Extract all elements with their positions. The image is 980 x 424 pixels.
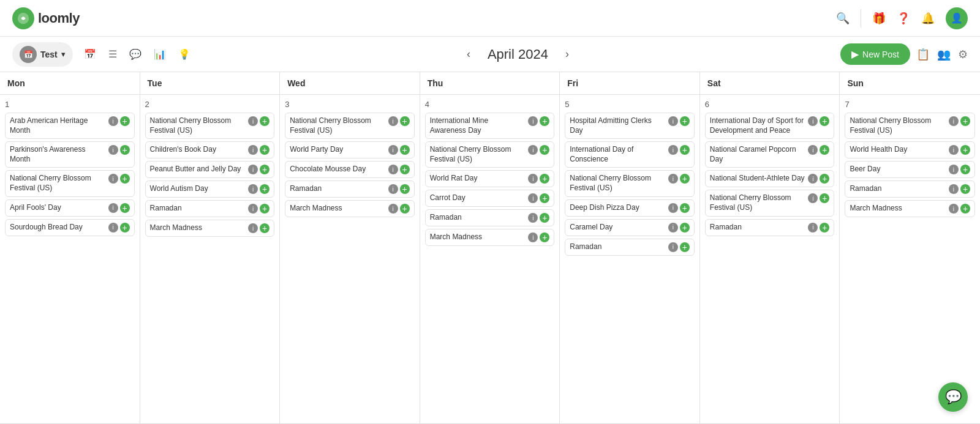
new-post-button[interactable]: ▶ New Post — [840, 43, 910, 65]
add-event-icon[interactable]: + — [400, 184, 410, 194]
info-icon[interactable]: i — [668, 116, 678, 126]
add-event-icon[interactable]: + — [680, 174, 690, 184]
info-icon[interactable]: i — [248, 204, 258, 214]
event-item[interactable]: International Day of Sport for Developme… — [705, 113, 835, 139]
info-icon[interactable]: i — [668, 223, 678, 232]
chat-support-button[interactable]: 💬 — [938, 382, 968, 412]
view-list-icon[interactable]: ☰ — [104, 45, 122, 64]
event-item[interactable]: National Cherry Blossom Festival (US)i+ — [145, 113, 275, 139]
event-item[interactable]: National Cherry Blossom Festival (US)i+ — [845, 113, 975, 139]
event-item[interactable]: March Madnessi+ — [845, 200, 975, 217]
add-event-icon[interactable]: + — [960, 165, 970, 174]
team-icon[interactable]: 👥 — [937, 48, 951, 61]
add-event-icon[interactable]: + — [260, 223, 270, 233]
event-item[interactable]: National Cherry Blossom Festival (US)i+ — [705, 190, 835, 216]
notes-icon[interactable]: 📋 — [916, 48, 930, 61]
info-icon[interactable]: i — [808, 145, 818, 155]
add-event-icon[interactable]: + — [540, 232, 549, 242]
add-event-icon[interactable]: + — [120, 203, 130, 213]
event-item[interactable]: Ramadani+ — [145, 200, 275, 217]
info-icon[interactable]: i — [949, 116, 959, 126]
event-item[interactable]: National Caramel Popcorn Dayi+ — [705, 141, 835, 168]
event-item[interactable]: Carrot Dayi+ — [425, 190, 555, 207]
add-event-icon[interactable]: + — [960, 145, 970, 155]
add-event-icon[interactable]: + — [120, 223, 130, 232]
event-item[interactable]: World Party Dayi+ — [285, 141, 415, 158]
view-chat-icon[interactable]: 💬 — [124, 45, 146, 64]
add-event-icon[interactable]: + — [540, 213, 549, 223]
info-icon[interactable]: i — [248, 165, 258, 174]
add-event-icon[interactable]: + — [120, 174, 130, 184]
event-item[interactable]: Chocolate Mousse Dayi+ — [285, 161, 415, 178]
info-icon[interactable]: i — [668, 203, 678, 213]
search-icon[interactable]: 🔍 — [836, 12, 850, 25]
event-item[interactable]: Ramadani+ — [705, 219, 835, 236]
event-item[interactable]: March Madnessi+ — [425, 229, 555, 246]
info-icon[interactable]: i — [949, 184, 959, 194]
event-item[interactable]: Ramadani+ — [285, 180, 415, 198]
event-item[interactable]: Children's Book Dayi+ — [145, 141, 275, 158]
info-icon[interactable]: i — [949, 145, 959, 155]
info-icon[interactable]: i — [108, 203, 118, 213]
bell-icon[interactable]: 🔔 — [921, 12, 935, 25]
view-calendar-icon[interactable]: 📅 — [79, 45, 101, 64]
event-item[interactable]: National Student-Athlete Dayi+ — [705, 170, 835, 187]
info-icon[interactable]: i — [528, 174, 538, 184]
event-item[interactable]: World Rat Dayi+ — [425, 170, 555, 187]
event-item[interactable]: National Cherry Blossom Festival (US)i+ — [285, 113, 415, 139]
add-event-icon[interactable]: + — [820, 116, 829, 126]
add-event-icon[interactable]: + — [120, 116, 130, 126]
add-event-icon[interactable]: + — [400, 204, 410, 214]
info-icon[interactable]: i — [108, 174, 118, 184]
info-icon[interactable]: i — [388, 165, 398, 174]
add-event-icon[interactable]: + — [960, 204, 970, 214]
add-event-icon[interactable]: + — [960, 184, 970, 194]
info-icon[interactable]: i — [388, 116, 398, 126]
prev-month-button[interactable]: ‹ — [462, 45, 475, 63]
event-item[interactable]: National Cherry Blossom Festival (US)i+ — [5, 170, 135, 196]
add-event-icon[interactable]: + — [260, 184, 270, 194]
info-icon[interactable]: i — [949, 204, 959, 214]
event-item[interactable]: World Autism Dayi+ — [145, 180, 275, 198]
view-chart-icon[interactable]: 📊 — [149, 45, 171, 64]
add-event-icon[interactable]: + — [820, 193, 829, 203]
event-item[interactable]: World Health Dayi+ — [845, 141, 975, 158]
add-event-icon[interactable]: + — [540, 145, 549, 155]
event-item[interactable]: Ramadani+ — [565, 239, 695, 256]
event-item[interactable]: Caramel Dayi+ — [565, 219, 695, 236]
add-event-icon[interactable]: + — [540, 116, 549, 126]
event-item[interactable]: Peanut Butter and Jelly Dayi+ — [145, 161, 275, 178]
info-icon[interactable]: i — [528, 213, 538, 223]
info-icon[interactable]: i — [668, 242, 678, 252]
info-icon[interactable]: i — [808, 223, 818, 232]
add-event-icon[interactable]: + — [120, 145, 130, 155]
add-event-icon[interactable]: + — [540, 174, 549, 184]
event-item[interactable]: National Cherry Blossom Festival (US)i+ — [565, 170, 695, 196]
event-item[interactable]: Sourdough Bread Dayi+ — [5, 219, 135, 236]
info-icon[interactable]: i — [528, 193, 538, 203]
add-event-icon[interactable]: + — [820, 145, 829, 155]
event-item[interactable]: April Fools' Dayi+ — [5, 199, 135, 217]
info-icon[interactable]: i — [528, 232, 538, 242]
gift-icon[interactable]: 🎁 — [872, 12, 886, 25]
event-item[interactable]: International Day of Consciencei+ — [565, 141, 695, 168]
add-event-icon[interactable]: + — [820, 223, 829, 232]
info-icon[interactable]: i — [668, 145, 678, 155]
event-item[interactable]: Ramadani+ — [845, 180, 975, 198]
add-event-icon[interactable]: + — [260, 204, 270, 214]
next-month-button[interactable]: › — [560, 45, 574, 63]
info-icon[interactable]: i — [108, 223, 118, 232]
event-item[interactable]: International Mine Awareness Dayi+ — [425, 113, 555, 139]
info-icon[interactable]: i — [528, 145, 538, 155]
add-event-icon[interactable]: + — [680, 203, 690, 213]
add-event-icon[interactable]: + — [680, 145, 690, 155]
info-icon[interactable]: i — [388, 145, 398, 155]
add-event-icon[interactable]: + — [680, 116, 690, 126]
settings-icon[interactable]: ⚙ — [958, 48, 968, 61]
event-item[interactable]: March Madnessi+ — [145, 220, 275, 237]
add-event-icon[interactable]: + — [680, 242, 690, 252]
info-icon[interactable]: i — [808, 174, 818, 184]
event-item[interactable]: Beer Dayi+ — [845, 161, 975, 178]
event-item[interactable]: Arab American Heritage Monthi+ — [5, 113, 135, 139]
add-event-icon[interactable]: + — [540, 193, 549, 203]
